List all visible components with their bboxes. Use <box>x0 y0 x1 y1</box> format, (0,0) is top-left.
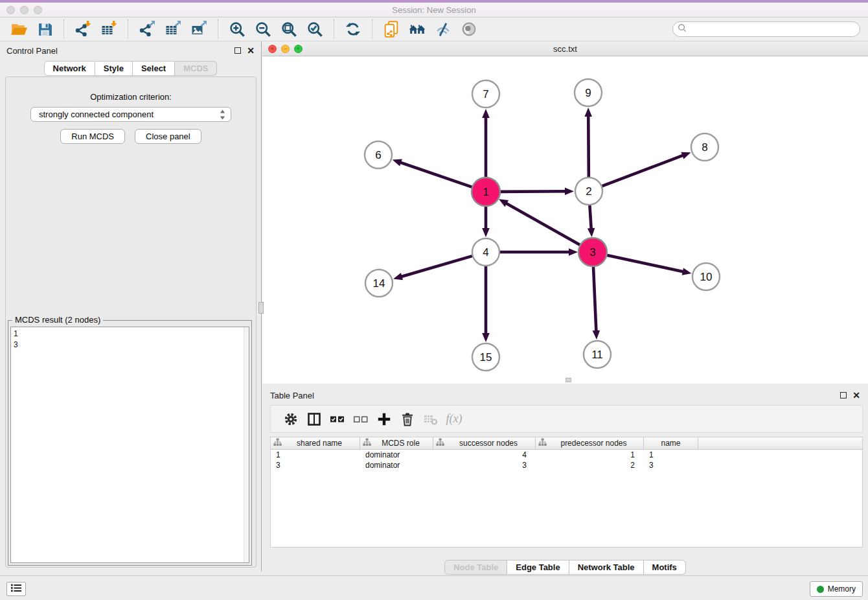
graph-node-4[interactable]: 4 <box>472 238 499 266</box>
search-box[interactable] <box>672 21 860 37</box>
network-document-icon[interactable] <box>380 19 402 39</box>
result-line: 3 <box>14 340 249 351</box>
column-header-successor-nodes[interactable]: successor nodes <box>433 437 536 449</box>
main-toolbar <box>0 17 868 41</box>
result-scrollbar[interactable] <box>244 327 249 562</box>
export-image-icon[interactable] <box>188 19 210 39</box>
preview-eye-icon[interactable] <box>458 19 480 39</box>
tree-hierarchy-icon <box>436 438 444 448</box>
gear-icon[interactable] <box>281 410 301 429</box>
control-panel: Control Panel ✕ NetworkStyleSelectMCDS O… <box>0 41 262 571</box>
graph-node-1[interactable]: 1 <box>472 178 500 206</box>
mcds-result-text[interactable]: 13 <box>10 327 249 563</box>
graph-node-11[interactable]: 11 <box>584 341 611 368</box>
graph-edge-4-3[interactable] <box>500 248 578 256</box>
graph-node-3[interactable]: 3 <box>578 238 607 266</box>
columns-icon[interactable] <box>304 410 324 429</box>
close-table-panel-icon[interactable]: ✕ <box>852 391 860 400</box>
optimization-criterion-label: Optimization criterion: <box>6 92 256 102</box>
graph-edge-4-15[interactable] <box>482 266 490 342</box>
delete-table-icon <box>421 410 440 429</box>
tab-network[interactable]: Network <box>44 61 95 76</box>
save-icon[interactable] <box>34 19 56 39</box>
table-row[interactable]: 1dominator411 <box>271 450 862 460</box>
open-folder-icon[interactable] <box>8 19 30 39</box>
tab-motifs[interactable]: Motifs <box>644 560 686 575</box>
column-header-name[interactable]: name <box>644 437 698 449</box>
graph-edge-1-6[interactable] <box>393 159 472 187</box>
graph-edge-2-3[interactable] <box>588 205 595 237</box>
refresh-icon[interactable] <box>342 19 364 39</box>
toolbar-separator <box>63 19 64 39</box>
import-network-icon[interactable] <box>72 19 94 39</box>
graph-node-7[interactable]: 7 <box>472 80 499 108</box>
memory-button[interactable]: Memory <box>810 581 863 597</box>
home-icon[interactable] <box>406 19 428 39</box>
panel-splitter-handle[interactable] <box>258 302 264 314</box>
svg-text:9: 9 <box>585 87 591 99</box>
column-label: shared name <box>282 439 357 448</box>
import-table-icon[interactable] <box>98 19 120 39</box>
zoom-fit-icon[interactable] <box>278 19 300 39</box>
delete-icon[interactable] <box>398 410 417 429</box>
close-panel-icon[interactable]: ✕ <box>247 46 255 55</box>
graph-edge-3-11[interactable] <box>593 266 600 340</box>
graph-edge-1-4[interactable] <box>482 206 490 237</box>
zoom-out-icon[interactable] <box>252 19 274 39</box>
graph-node-9[interactable]: 9 <box>575 79 602 106</box>
memory-label: Memory <box>828 584 856 594</box>
svg-text:8: 8 <box>702 141 707 154</box>
graph-node-10[interactable]: 10 <box>692 263 720 290</box>
graph-edge-1-7[interactable] <box>482 109 490 178</box>
hide-panel-icon[interactable] <box>432 19 454 39</box>
network-canvas[interactable]: 7968124314101511 <box>262 56 868 383</box>
main-toolbar-icons <box>8 19 480 39</box>
run-mcds-button[interactable]: Run MCDS <box>60 129 125 144</box>
float-panel-icon[interactable] <box>234 47 241 54</box>
table-row[interactable]: 3dominator323 <box>271 460 862 470</box>
tab-edge-table[interactable]: Edge Table <box>507 560 569 575</box>
column-header-MCDS-role[interactable]: MCDS role <box>360 437 433 449</box>
column-header-predecessor-nodes[interactable]: predecessor nodes <box>536 437 644 449</box>
table-cell: dominator <box>360 460 433 470</box>
graph-node-14[interactable]: 14 <box>365 270 393 297</box>
tab-mcds[interactable]: MCDS <box>175 61 217 76</box>
graph-node-2[interactable]: 2 <box>575 178 602 205</box>
graph-edge-2-8[interactable] <box>602 152 691 186</box>
task-history-button[interactable] <box>6 582 26 596</box>
graph-node-15[interactable]: 15 <box>472 343 499 371</box>
tab-select[interactable]: Select <box>133 61 175 76</box>
function-icon: f(x) <box>444 410 464 429</box>
tab-style[interactable]: Style <box>95 61 133 76</box>
tab-network-table[interactable]: Network Table <box>569 560 644 575</box>
export-table-icon[interactable] <box>162 19 184 39</box>
search-input[interactable] <box>687 23 860 36</box>
canvas-scrollbar-thumb[interactable] <box>565 378 571 382</box>
network-window-title: scc.txt <box>262 44 868 54</box>
graph-node-6[interactable]: 6 <box>365 141 392 168</box>
float-table-panel-icon[interactable] <box>840 392 847 398</box>
graph-edge-1-2[interactable] <box>500 187 574 195</box>
zoom-selected-icon[interactable] <box>304 19 326 39</box>
graph-edge-4-14[interactable] <box>393 256 472 280</box>
deselect-all-icon[interactable] <box>351 410 371 429</box>
add-column-icon[interactable] <box>374 410 394 429</box>
graph-node-8[interactable]: 8 <box>691 133 718 161</box>
table-cell: 2 <box>536 460 644 470</box>
tab-node-table[interactable]: Node Table <box>444 560 507 575</box>
mcds-result-title: MCDS result (2 nodes) <box>12 315 103 325</box>
graph-edge-3-10[interactable] <box>606 255 691 275</box>
column-label: successor nodes <box>444 439 532 448</box>
table-toolbar: f(x) <box>270 405 863 433</box>
select-all-icon[interactable] <box>328 410 347 429</box>
optimization-criterion-dropdown[interactable]: strongly connected component <box>30 107 231 122</box>
close-panel-button[interactable]: Close panel <box>135 129 201 144</box>
dropdown-value: strongly connected component <box>39 110 154 119</box>
zoom-in-icon[interactable] <box>226 19 248 39</box>
graph-edge-3-1[interactable] <box>499 199 580 245</box>
export-network-icon[interactable] <box>136 19 158 39</box>
tree-hierarchy-icon <box>363 438 371 448</box>
column-header-shared-name[interactable]: shared name <box>271 437 360 449</box>
network-graph: 7968124314101511 <box>262 56 868 383</box>
graph-edge-2-9[interactable] <box>584 108 592 177</box>
